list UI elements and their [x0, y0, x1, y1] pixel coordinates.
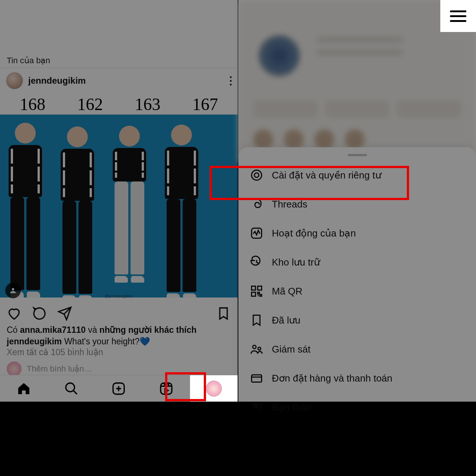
post-actions	[0, 303, 238, 325]
post-photo	[0, 115, 238, 298]
own-avatar	[7, 361, 22, 376]
profile-menu-screen: Cài đặt và quyền riêng tư Threads Hoạt đ…	[238, 0, 476, 402]
menu-archive-label: Kho lưu trữ	[272, 257, 320, 268]
archive-icon	[250, 255, 264, 269]
menu-your-activity[interactable]: Hoạt động của bạn	[238, 219, 476, 248]
svg-point-0	[66, 383, 74, 392]
menu-close-friends-label: Bạn thân	[272, 402, 311, 413]
nav-home[interactable]	[0, 375, 48, 402]
activity-icon	[250, 226, 264, 240]
profile-avatar-icon	[206, 380, 222, 397]
bookmark-icon	[216, 306, 231, 321]
post-header: jenndeugikim	[0, 70, 238, 91]
plus-square-icon	[111, 381, 126, 396]
threads-icon	[250, 197, 264, 211]
search-icon	[64, 381, 79, 396]
more-dots-icon	[230, 76, 232, 78]
feed-screen: Tin của bạn jenndeugikim 168 162 163 167	[0, 0, 238, 402]
menu-threads-label: Threads	[272, 199, 307, 210]
home-icon	[16, 381, 31, 396]
menu-orders-payments[interactable]: Đơn đặt hàng và thanh toán	[238, 364, 476, 393]
qr-icon	[250, 284, 264, 298]
svg-rect-8	[252, 292, 256, 296]
your-story-label: Tin của bạn	[7, 56, 50, 65]
heart-icon	[7, 306, 22, 321]
comment-icon	[32, 306, 47, 321]
svg-rect-7	[258, 286, 262, 290]
menu-settings-label: Cài đặt và quyền riêng tư	[272, 170, 381, 181]
settings-bottom-sheet: Cài đặt và quyền riêng tư Threads Hoạt đ…	[238, 147, 476, 402]
save-button[interactable]	[216, 306, 231, 322]
nav-new-post[interactable]	[95, 375, 143, 402]
add-comment-placeholder: Thêm bình luận…	[27, 364, 92, 374]
supervision-icon	[250, 342, 264, 356]
svg-point-9	[253, 345, 256, 349]
hamburger-icon	[450, 10, 466, 12]
share-button[interactable]	[57, 306, 72, 322]
menu-qr-code[interactable]: Mã QR	[238, 277, 476, 306]
svg-point-3	[252, 170, 262, 180]
post-author-avatar[interactable]	[6, 72, 23, 89]
tagged-people-button[interactable]	[5, 283, 21, 298]
like-button[interactable]	[7, 306, 22, 322]
menu-activity-label: Hoạt động của bạn	[272, 228, 356, 239]
others-liked[interactable]: những người khác thích	[99, 325, 196, 335]
menu-threads[interactable]: Threads	[238, 190, 476, 219]
post-image[interactable]: 168 162 163 167	[0, 94, 238, 298]
caption-text: What's your height?💙	[62, 337, 150, 346]
post-more-button[interactable]	[230, 76, 232, 86]
menu-saved-label: Đã lưu	[272, 315, 300, 326]
comment-button[interactable]	[32, 306, 47, 322]
svg-rect-6	[252, 286, 256, 290]
menu-settings-privacy[interactable]: Cài đặt và quyền riêng tư	[238, 161, 476, 190]
nav-reels[interactable]	[142, 375, 190, 402]
view-all-comments[interactable]: Xem tất cả 105 bình luận	[7, 347, 103, 357]
menu-archive[interactable]: Kho lưu trữ	[238, 248, 476, 277]
gear-icon	[250, 168, 264, 182]
reels-icon	[159, 381, 174, 396]
sheet-handle[interactable]	[348, 154, 367, 156]
menu-qr-label: Mã QR	[272, 286, 302, 297]
likes-caption: Có anna.mika71110 và những người khác th…	[7, 324, 231, 347]
nav-profile[interactable]	[190, 375, 238, 402]
send-icon	[57, 306, 72, 321]
menu-supervision[interactable]: Giám sát	[238, 335, 476, 364]
add-comment-row[interactable]: Thêm bình luận…	[7, 361, 92, 376]
svg-point-4	[254, 173, 259, 177]
svg-rect-11	[252, 375, 262, 382]
svg-rect-2	[161, 383, 172, 394]
bottom-nav	[0, 375, 238, 402]
menu-close-friends[interactable]: Bạn thân	[238, 393, 476, 422]
menu-saved[interactable]: Đã lưu	[238, 306, 476, 335]
watermark: @jenndeugikim	[105, 294, 133, 298]
hamburger-menu-button[interactable]	[440, 0, 476, 32]
caption-username[interactable]: jenndeugikim	[7, 337, 62, 346]
post-author-username[interactable]: jenndeugikim	[28, 75, 86, 86]
nav-search[interactable]	[48, 375, 95, 402]
liker-username[interactable]: anna.mika71110	[20, 325, 86, 335]
bookmark-icon	[250, 313, 264, 327]
close-friends-icon	[250, 400, 264, 414]
menu-orders-label: Đơn đặt hàng và thanh toán	[272, 373, 392, 384]
menu-supervision-label: Giám sát	[272, 344, 311, 355]
svg-point-10	[258, 347, 261, 350]
card-icon	[250, 371, 264, 385]
height-numbers: 168 162 163 167	[0, 94, 238, 115]
